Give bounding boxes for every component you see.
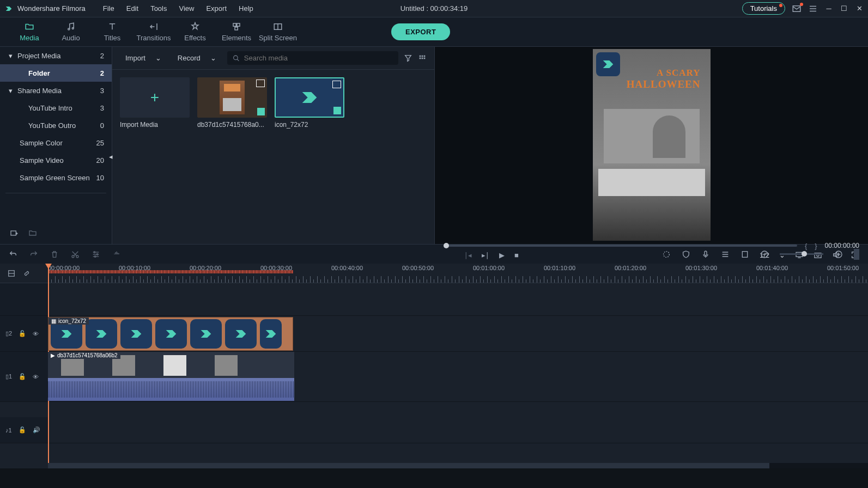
close-icon[interactable]: ✕ [855, 4, 864, 13]
tab-transitions[interactable]: Transitions [133, 22, 174, 42]
menu-export[interactable]: Export [202, 2, 231, 15]
text-icon [107, 22, 117, 32]
undo-icon[interactable] [9, 250, 17, 259]
sidebar-folder[interactable]: Folder2 [0, 64, 112, 82]
sidebar-sample-green[interactable]: Sample Green Screen10 [0, 169, 112, 186]
zoom-slider[interactable] [780, 253, 823, 255]
menubar: File Edit Tools View Export Help [99, 2, 258, 15]
eye-icon[interactable]: 👁 [33, 331, 39, 337]
play-icon[interactable]: ▶ [499, 251, 505, 259]
zoom-in-icon[interactable] [834, 250, 843, 259]
color-icon[interactable] [662, 250, 671, 259]
sidebar-shared-media[interactable]: ▾Shared Media3 [0, 82, 112, 99]
svg-point-6 [72, 28, 74, 29]
search-input[interactable] [244, 54, 393, 62]
zoom-fit-icon[interactable] [854, 249, 859, 260]
menu-edit[interactable]: Edit [122, 2, 143, 15]
svg-marker-45 [62, 330, 72, 338]
cut-icon[interactable] [71, 250, 80, 259]
filter-icon[interactable] [404, 54, 412, 63]
svg-rect-9 [235, 27, 238, 30]
track-head-pip[interactable]: ▯2 🔓 👁 [0, 316, 48, 351]
svg-rect-19 [422, 57, 423, 59]
tab-transitions-label: Transitions [136, 34, 171, 42]
svg-marker-51 [266, 330, 276, 338]
menu-view[interactable]: View [174, 2, 198, 15]
marker-icon[interactable] [740, 250, 749, 259]
tab-elements[interactable]: Elements [216, 22, 257, 42]
track-head-audio[interactable]: ♪1 🔓 🔊 [0, 417, 48, 443]
prev-frame-icon[interactable]: ∣◂ [464, 251, 472, 259]
tab-effects-label: Effects [184, 34, 206, 42]
lock-icon[interactable]: 🔓 [19, 426, 26, 434]
folder-icon[interactable] [28, 229, 37, 237]
sidebar-collapse-icon[interactable]: ◂ [109, 152, 113, 161]
maximize-icon[interactable]: ☐ [840, 4, 848, 13]
record-dropdown[interactable]: Record ⌄ [172, 52, 222, 64]
track-head-main[interactable]: ▯1 🔓 👁 [0, 352, 48, 401]
shield-icon[interactable] [682, 250, 690, 259]
sidebar-sample-color[interactable]: Sample Color25 [0, 134, 112, 151]
media-thumb-1[interactable]: db37d1c57415768a0... [197, 77, 267, 129]
clip-pip[interactable]: ▦icon_72x72 [48, 317, 293, 351]
tab-audio[interactable]: Audio [50, 22, 92, 42]
speaker-icon[interactable]: 🔊 [33, 426, 40, 434]
timeline-ruler[interactable]: 00:00:00:00 00:00:10:00 00:00:20:00 00:0… [48, 264, 868, 283]
play-pause-icon[interactable]: ▸∣ [482, 251, 489, 259]
svg-marker-0 [6, 7, 12, 11]
minimize-icon[interactable]: ─ [824, 4, 833, 13]
tab-media-label: Media [20, 34, 39, 42]
tab-audio-label: Audio [62, 34, 80, 42]
svg-point-35 [664, 251, 670, 257]
video-badge-icon [256, 80, 265, 87]
sidebar-youtube-intro[interactable]: YouTube Intro3 [0, 99, 112, 117]
mail-icon[interactable] [792, 4, 802, 14]
lock-icon[interactable]: 🔓 [19, 330, 26, 337]
menu-file[interactable]: File [99, 2, 119, 15]
plus-icon: + [150, 89, 159, 106]
transitions-icon [149, 22, 159, 32]
tab-split-screen[interactable]: Split Screen [257, 22, 299, 42]
sidebar-project-media[interactable]: ▾Project Media2 [0, 47, 112, 64]
lock-icon[interactable]: 🔓 [19, 373, 26, 380]
clip-main-video[interactable]: ▶db37d1c57415768a06b2 [48, 352, 294, 378]
track-layout-icon[interactable] [8, 270, 15, 277]
timeline-scrollbar[interactable] [48, 463, 868, 468]
tab-media[interactable]: Media [9, 22, 50, 42]
stop-icon[interactable]: ■ [514, 251, 519, 259]
media-thumb-2[interactable]: icon_72x72 [275, 77, 344, 129]
preview-canvas[interactable]: A SCARY HALLOWEEN [593, 49, 711, 241]
menu-tools[interactable]: Tools [146, 2, 171, 15]
tab-titles[interactable]: Titles [92, 22, 133, 42]
tutorials-button[interactable]: Tutorials [742, 2, 785, 15]
menu-list-icon[interactable] [808, 4, 818, 14]
tab-effects[interactable]: Effects [174, 22, 216, 42]
redo-icon[interactable] [29, 250, 38, 259]
overlay-text-2: HALLOWEEN [627, 78, 701, 90]
scrub-track[interactable] [444, 245, 797, 247]
grid-view-icon[interactable] [418, 54, 427, 63]
sidebar-sample-video[interactable]: Sample Video20 [0, 151, 112, 169]
export-button[interactable]: EXPORT [391, 23, 450, 40]
import-media-tile[interactable]: + Import Media [120, 77, 190, 129]
menu-help[interactable]: Help [234, 2, 258, 15]
svg-marker-48 [166, 330, 177, 338]
delete-icon[interactable] [50, 250, 59, 259]
adjust-icon[interactable] [92, 250, 100, 259]
eye-icon[interactable]: 👁 [33, 374, 39, 380]
import-dropdown[interactable]: Import ⌄ [120, 52, 167, 64]
link-icon[interactable] [23, 270, 31, 277]
audio-sync-icon[interactable] [112, 250, 121, 259]
mixer-icon[interactable] [721, 250, 730, 259]
clip-main-audio[interactable] [48, 378, 294, 401]
new-folder-icon[interactable] [10, 229, 19, 237]
zoom-out-icon[interactable] [760, 250, 769, 259]
project-title: Untitled : 00:00:34:19 [400, 4, 468, 13]
tab-titles-label: Titles [104, 34, 121, 42]
sidebar-youtube-outro[interactable]: YouTube Outro0 [0, 117, 112, 134]
mic-icon[interactable] [701, 250, 710, 259]
svg-rect-17 [424, 55, 426, 57]
sidebar: ▾Project Media2 Folder2 ▾Shared Media3 Y… [0, 47, 112, 244]
app-logo-icon [4, 4, 13, 13]
scrub-playhead[interactable] [444, 243, 449, 248]
